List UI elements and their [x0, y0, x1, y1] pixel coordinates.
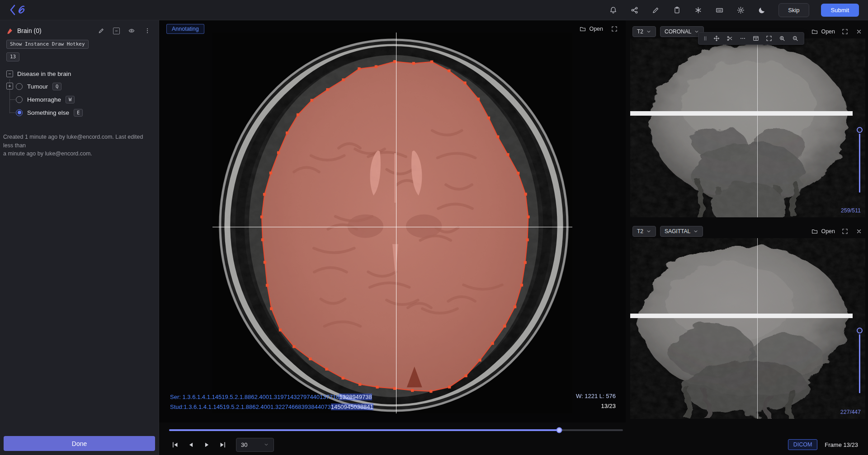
tree-item-hemorraghe[interactable]: Hemorraghe W — [16, 93, 159, 106]
window-level-value: W: 1221 L: 576 — [576, 391, 616, 402]
annotation-sidebar: Brain (0) − Show Instance Draw Hotkey 13… — [0, 20, 159, 455]
radio-tumour[interactable] — [16, 83, 23, 90]
timeline-progress — [169, 429, 559, 431]
open-label: Open — [821, 28, 835, 35]
collapse-box-icon[interactable]: − — [113, 28, 120, 34]
skip-to-end-icon[interactable] — [217, 439, 228, 450]
visibility-eye-icon[interactable] — [127, 27, 136, 35]
tree-item-tumour[interactable]: + Tumour Q — [16, 80, 159, 93]
fullscreen-icon[interactable] — [841, 28, 849, 36]
coronal-mri-image[interactable]: 259/511 — [630, 38, 865, 217]
fps-select[interactable]: 30 — [236, 438, 274, 452]
fullscreen-icon[interactable] — [610, 25, 618, 33]
plane-value: SAGITTAL — [665, 228, 690, 235]
axial-viewport[interactable]: Annotating Open — [159, 20, 626, 422]
more-options-icon[interactable] — [736, 33, 749, 44]
dark-mode-moon-icon[interactable] — [757, 5, 767, 15]
window-level-overlay: W: 1221 L: 576 13/23 — [576, 391, 616, 412]
modality-value: T2 — [637, 28, 643, 35]
sagittal-mri-image[interactable]: 227/447 — [630, 238, 865, 419]
sagittal-header: T2 SAGITTAL Open — [630, 224, 865, 238]
chevron-down-icon — [264, 442, 269, 447]
tree-root-label: Disease in the brain — [17, 70, 71, 77]
previous-frame-icon[interactable] — [185, 439, 197, 450]
plane-select[interactable]: CORONAL — [660, 26, 704, 37]
zoom-in-icon[interactable] — [775, 33, 788, 44]
chevron-down-icon — [693, 229, 698, 234]
submit-button[interactable]: Submit — [821, 4, 859, 17]
done-button[interactable]: Done — [4, 436, 155, 451]
modality-value: T2 — [637, 228, 643, 235]
edit-history-text: Created 1 minute ago by luke@encord.com.… — [3, 133, 154, 158]
close-icon[interactable] — [855, 227, 863, 235]
drag-handle-icon[interactable] — [701, 33, 710, 44]
encord-logo-icon[interactable] — [9, 2, 29, 18]
instance-title: Brain (0) — [17, 27, 42, 34]
annotate-tool-icon[interactable] — [651, 5, 660, 15]
zoom-out-icon[interactable] — [788, 33, 802, 44]
tree-item-something-else[interactable]: Something else E — [16, 106, 159, 119]
slice-indicator: 13/23 — [576, 401, 616, 412]
close-icon[interactable] — [855, 28, 863, 36]
crosshair-horizontal[interactable] — [212, 227, 572, 228]
axial-plane-indicator[interactable] — [630, 314, 853, 318]
pan-tool-icon[interactable] — [710, 33, 723, 44]
modality-select[interactable]: T2 — [632, 226, 656, 237]
shortcuts-icon[interactable] — [693, 5, 703, 15]
share-icon[interactable] — [630, 5, 639, 15]
topbar: Skip Submit — [0, 0, 868, 20]
skip-to-start-icon[interactable] — [169, 439, 181, 450]
open-button[interactable]: Open — [811, 28, 835, 35]
chevron-down-icon — [646, 229, 651, 234]
slice-slider-fill — [859, 334, 860, 393]
keyboard-icon[interactable] — [715, 5, 724, 15]
dicom-badge[interactable]: DICOM — [788, 439, 818, 450]
timeline-track[interactable] — [169, 429, 623, 431]
draw-hotkey-hint: Show Instance Draw Hotkey — [6, 40, 89, 49]
frame-timeline[interactable] — [169, 426, 623, 434]
skip-button[interactable]: Skip — [778, 3, 809, 17]
scissors-tool-icon[interactable] — [723, 33, 736, 44]
fullscreen-icon[interactable] — [841, 227, 849, 235]
folder-icon — [811, 228, 818, 235]
modality-select[interactable]: T2 — [632, 26, 656, 37]
playback-controls: 30 DICOM Frame 13/23 — [169, 436, 858, 453]
instance-header: Brain (0) − — [0, 20, 159, 38]
crosshair-vertical[interactable] — [396, 33, 397, 413]
chevron-down-icon — [646, 29, 651, 34]
tree-item-label: Tumour — [27, 83, 48, 90]
next-frame-icon[interactable] — [201, 439, 212, 450]
expand-node-icon[interactable]: + — [6, 83, 13, 89]
open-button[interactable]: Open — [580, 26, 603, 32]
open-label: Open — [589, 26, 603, 32]
axial-mri-image[interactable] — [212, 33, 572, 413]
folder-icon — [811, 28, 818, 35]
coronal-viewport[interactable]: T2 CORONAL Open — [630, 24, 865, 217]
open-button[interactable]: Open — [811, 228, 835, 235]
fullscreen-tool-icon[interactable] — [762, 33, 775, 44]
sagittal-plane-indicator[interactable] — [757, 38, 758, 217]
radio-hemorraghe[interactable] — [16, 96, 23, 103]
frame-counter: Frame 13/23 — [825, 441, 858, 448]
instance-count-badge: 13 — [6, 52, 19, 61]
slice-slider-fill — [859, 134, 860, 192]
radio-something-else[interactable] — [16, 109, 23, 116]
notifications-icon[interactable] — [609, 5, 618, 15]
settings-gear-icon[interactable] — [736, 5, 745, 15]
plane-select[interactable]: SAGITTAL — [660, 226, 703, 237]
sagittal-viewport[interactable]: T2 SAGITTAL Open — [630, 224, 865, 419]
tree-root-row[interactable]: − Disease in the brain — [0, 69, 159, 79]
axial-plane-indicator[interactable] — [630, 111, 853, 116]
timeline-handle[interactable] — [557, 427, 562, 433]
slice-slider-handle[interactable] — [857, 328, 863, 333]
clipboard-icon[interactable] — [672, 5, 682, 15]
collapse-node-icon[interactable]: − — [6, 70, 13, 77]
axial-viewport-header: Annotating Open — [159, 20, 626, 38]
draw-pen-icon[interactable] — [97, 27, 105, 35]
slice-slider-handle[interactable] — [857, 127, 863, 133]
more-options-kebab-icon[interactable] — [143, 27, 151, 35]
coronal-plane-indicator[interactable] — [757, 238, 758, 419]
tree-item-label: Hemorraghe — [27, 96, 61, 103]
hotkey-badge: W — [66, 96, 75, 103]
layout-icon[interactable] — [749, 33, 762, 44]
